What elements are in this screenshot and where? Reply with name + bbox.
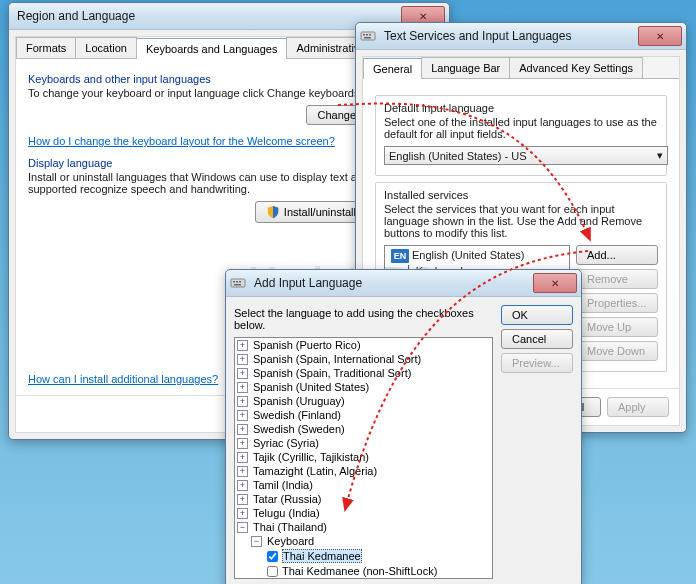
tree-lang-label: Swedish (Sweden) <box>253 423 345 435</box>
svg-rect-6 <box>233 281 235 283</box>
tree-layout-label: Thai Kedmanee <box>282 549 362 563</box>
close-button[interactable]: ✕ <box>533 273 577 293</box>
tree-lang-item[interactable]: +Spanish (Uruguay) <box>235 394 492 408</box>
expand-icon[interactable]: + <box>237 494 248 505</box>
tree-lang-label: Swedish (Finland) <box>253 409 341 421</box>
titlebar[interactable]: Text Services and Input Languages ✕ <box>356 23 686 50</box>
svg-rect-4 <box>364 37 371 39</box>
default-desc: Select one of the installed input langua… <box>384 116 658 140</box>
tree-lang-label: Spanish (Spain, Traditional Sort) <box>253 367 411 379</box>
tab-langbar[interactable]: Language Bar <box>421 57 510 78</box>
tree-lang-item[interactable]: +Telugu (India) <box>235 506 492 520</box>
tree-lang-label: Tatar (Russia) <box>253 493 321 505</box>
add-button[interactable]: Add... <box>576 245 658 265</box>
tree-lang-label: Thai (Thailand) <box>253 521 327 533</box>
tree-lang-label: Tamil (India) <box>253 479 313 491</box>
additional-languages-link[interactable]: How can I install additional languages? <box>28 373 218 385</box>
keyboard-icon <box>360 28 376 44</box>
svg-rect-1 <box>363 34 365 36</box>
apply-button[interactable]: Apply <box>607 397 669 417</box>
expand-icon[interactable]: + <box>237 452 248 463</box>
installed-desc: Select the services that you want for ea… <box>384 203 658 239</box>
tree-lang-item[interactable]: +Spanish (Spain, Traditional Sort) <box>235 366 492 380</box>
installed-title: Installed services <box>384 189 658 201</box>
move-up-button[interactable]: Move Up <box>576 317 658 337</box>
tree-layout-thai-kedmanee-ns[interactable]: Thai Kedmanee (non-ShiftLock) <box>235 564 492 578</box>
tree-lang-item[interactable]: +Spanish (United States) <box>235 380 492 394</box>
tree-lang-item[interactable]: +Spanish (Spain, International Sort) <box>235 352 492 366</box>
tree-lang-label: Spanish (Spain, International Sort) <box>253 353 421 365</box>
expand-icon[interactable]: + <box>237 382 248 393</box>
expand-icon[interactable]: + <box>237 410 248 421</box>
add-input-language-window: Add Input Language ✕ Select the language… <box>225 269 582 584</box>
shield-icon <box>266 205 280 219</box>
expand-icon[interactable]: + <box>237 424 248 435</box>
keyboard-icon <box>230 275 246 291</box>
expand-icon[interactable]: + <box>237 466 248 477</box>
chevron-down-icon: ▾ <box>657 149 663 162</box>
layout-checkbox[interactable] <box>267 551 278 562</box>
properties-button[interactable]: Properties... <box>576 293 658 313</box>
remove-button[interactable]: Remove <box>576 269 658 289</box>
tree-lang-item[interactable]: +Syriac (Syria) <box>235 436 492 450</box>
expand-icon[interactable]: + <box>237 508 248 519</box>
default-language-dropdown[interactable]: English (United States) - US ▾ <box>384 146 668 165</box>
tree-lang-label: Spanish (Puerto Rico) <box>253 339 361 351</box>
svg-rect-8 <box>239 281 241 283</box>
tab-keyboards[interactable]: Keyboards and Languages <box>136 38 288 59</box>
window-title: Add Input Language <box>250 276 533 290</box>
preview-button[interactable]: Preview... <box>501 353 573 373</box>
tabs: General Language Bar Advanced Key Settin… <box>363 57 679 79</box>
tree-lang-item[interactable]: +Swedish (Finland) <box>235 408 492 422</box>
tab-formats[interactable]: Formats <box>16 37 76 58</box>
expand-icon[interactable]: + <box>237 340 248 351</box>
tree-lang-item[interactable]: +Tatar (Russia) <box>235 492 492 506</box>
tree-lang-item[interactable]: +Swedish (Sweden) <box>235 422 492 436</box>
tree-lang-label: Tamazight (Latin, Algeria) <box>253 465 377 477</box>
close-button[interactable]: ✕ <box>638 26 682 46</box>
tree-layout-thai-kedmanee[interactable]: Thai Kedmanee <box>235 548 492 564</box>
tree-keyboard-label: Keyboard <box>267 535 314 547</box>
svg-rect-9 <box>234 284 241 286</box>
welcome-screen-link[interactable]: How do I change the keyboard layout for … <box>28 135 335 147</box>
collapse-icon[interactable]: − <box>251 536 262 547</box>
expand-icon[interactable]: + <box>237 354 248 365</box>
default-language-group: Default input language Select one of the… <box>375 95 667 176</box>
expand-icon[interactable]: + <box>237 480 248 491</box>
expand-icon[interactable]: + <box>237 396 248 407</box>
tab-location[interactable]: Location <box>75 37 137 58</box>
titlebar[interactable]: Add Input Language ✕ <box>226 270 581 297</box>
window-title: Text Services and Input Languages <box>380 29 638 43</box>
tree-lang-item[interactable]: +Spanish (Puerto Rico) <box>235 338 492 352</box>
layout-checkbox[interactable] <box>267 566 278 577</box>
tree-lang-en[interactable]: ENEnglish (United States) <box>387 248 567 264</box>
tree-lang-item[interactable]: −Thai (Thailand) <box>235 520 492 534</box>
collapse-icon[interactable]: − <box>237 522 248 533</box>
expand-icon[interactable]: + <box>237 368 248 379</box>
tree-lang-label: Spanish (Uruguay) <box>253 395 345 407</box>
svg-rect-5 <box>231 279 245 287</box>
tree-keyboard-node[interactable]: −Keyboard <box>235 534 492 548</box>
tree-lang-item[interactable]: +Tajik (Cyrillic, Tajikistan) <box>235 450 492 464</box>
window-body: Select the language to add using the che… <box>226 297 581 584</box>
svg-rect-3 <box>369 34 371 36</box>
expand-icon[interactable]: + <box>237 438 248 449</box>
cancel-button[interactable]: Cancel <box>501 329 573 349</box>
ok-button[interactable]: OK <box>501 305 573 325</box>
tree-lang-label: Syriac (Syria) <box>253 437 319 449</box>
tab-advanced[interactable]: Advanced Key Settings <box>509 57 643 78</box>
tree-lang-label: Telugu (India) <box>253 507 320 519</box>
language-tree[interactable]: +Spanish (Peru)+Spanish (Puerto Rico)+Sp… <box>234 337 493 579</box>
add-desc: Select the language to add using the che… <box>234 307 493 331</box>
window-title: Region and Language <box>13 9 401 23</box>
move-down-button[interactable]: Move Down <box>576 341 658 361</box>
tree-lang-label: Tajik (Cyrillic, Tajikistan) <box>253 451 369 463</box>
svg-rect-0 <box>361 32 375 40</box>
svg-rect-7 <box>236 281 238 283</box>
svg-rect-2 <box>366 34 368 36</box>
side-buttons: OK Cancel Preview... <box>501 305 573 579</box>
tree-lang-item[interactable]: +Tamil (India) <box>235 478 492 492</box>
tree-lang-item[interactable]: +Tamazight (Latin, Algeria) <box>235 464 492 478</box>
tree-lang-label: Spanish (United States) <box>253 381 369 393</box>
tab-general[interactable]: General <box>363 58 422 79</box>
